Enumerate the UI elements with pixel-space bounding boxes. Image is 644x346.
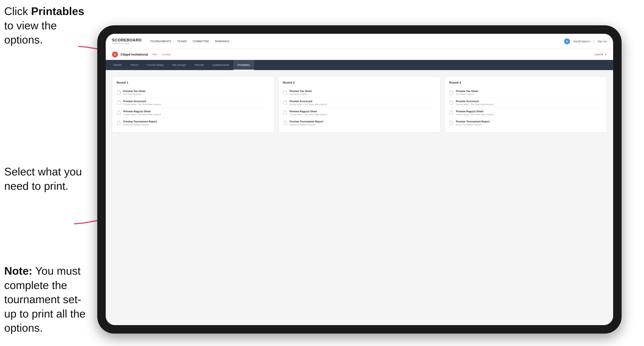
- nav-link-rankings[interactable]: RANKINGS: [215, 39, 230, 44]
- round-1-raguzzi-title: Preview Raguzzi Sheet: [123, 110, 161, 113]
- round-2-raguzzi[interactable]: Preview Raguzzi Sheet Course setup + Tee…: [283, 108, 436, 118]
- round-3-title: Round 3: [449, 81, 602, 84]
- nav-right: B blair@clippd.io | Sign out: [564, 38, 607, 44]
- tournament-name: Clippd Invitational: [120, 53, 148, 56]
- tab-leaderboards[interactable]: Leaderboards: [208, 60, 234, 70]
- round-1-raguzzi-text: Preview Raguzzi Sheet Course setup + Tee…: [123, 110, 161, 116]
- round-2-scorecard-title: Preview Scorecard: [290, 100, 327, 103]
- doc-icon-9: [449, 90, 454, 95]
- doc-icon-5: [283, 90, 288, 95]
- rounds-grid: Round 1 Preview Tee Sheet Tee Sheet requ…: [112, 76, 607, 132]
- round-3-raguzzi[interactable]: Preview Raguzzi Sheet Course setup + Tee…: [449, 108, 602, 118]
- round-2-tournament-report[interactable]: Preview Tournament Report Round Completi…: [283, 118, 436, 128]
- cancel-icon: ✕: [604, 53, 607, 56]
- round-2-raguzzi-text: Preview Raguzzi Sheet Course setup + Tee…: [290, 110, 327, 116]
- nav-left: SCOREBOARD Powered by clippd TOURNAMENTS…: [112, 38, 230, 44]
- annotation-top: Click Printables to view the options.: [4, 4, 84, 47]
- doc-icon: [116, 90, 121, 95]
- round-2-tee-sheet-text: Preview Tee Sheet Tee Sheet required: [290, 90, 312, 95]
- user-email: blair@clippd.io: [574, 40, 590, 43]
- round-1-tee-sheet-sub: Tee Sheet required: [123, 93, 146, 95]
- round-1-tournament-report-text: Preview Tournament Report Round Completi…: [123, 120, 157, 126]
- round-2-scorecard[interactable]: Preview Scorecard Course setup + Tee She…: [283, 98, 436, 108]
- round-3-scorecard-text: Preview Scorecard Course setup + Tee She…: [456, 100, 493, 106]
- nav-link-teams[interactable]: TEAMS: [177, 39, 187, 44]
- round-1-tee-sheet-title: Preview Tee Sheet: [123, 90, 146, 93]
- doc-icon-4: [116, 121, 121, 125]
- doc-icon-11: [449, 110, 454, 115]
- round-3-tee-sheet[interactable]: Preview Tee Sheet Tee Sheet required: [449, 88, 602, 98]
- round-3-tee-sheet-text: Preview Tee Sheet Tee Sheet required: [456, 90, 478, 95]
- sign-out-button[interactable]: Sign out: [598, 40, 607, 43]
- top-nav: SCOREBOARD Powered by clippd TOURNAMENTS…: [106, 34, 613, 49]
- nav-link-tournaments[interactable]: TOURNAMENTS: [150, 39, 171, 44]
- doc-icon-2: [116, 100, 121, 105]
- round-1-tee-sheet[interactable]: Preview Tee Sheet Tee Sheet required: [116, 88, 270, 98]
- sign-out-link[interactable]: |: [594, 40, 594, 43]
- tablet-frame: SCOREBOARD Powered by clippd TOURNAMENTS…: [97, 25, 622, 334]
- round-1-scorecard-sub: Course setup + Tee Sheet data required: [123, 103, 161, 106]
- main-content: Round 1 Preview Tee Sheet Tee Sheet requ…: [106, 70, 613, 325]
- round-2-tee-sheet[interactable]: Preview Tee Sheet Tee Sheet required: [283, 88, 436, 98]
- doc-icon-6: [283, 100, 288, 105]
- round-3-tee-sheet-title: Preview Tee Sheet: [456, 90, 478, 93]
- round-3-raguzzi-sub: Course setup + Tee Sheet data required: [456, 113, 493, 116]
- nav-links: TOURNAMENTS TEAMS COMMITTEE RANKINGS: [150, 39, 230, 44]
- user-avatar: B: [564, 38, 570, 44]
- round-1-tee-sheet-text: Preview Tee Sheet Tee Sheet required: [123, 90, 146, 95]
- round-3-tournament-report-sub: Round Completion required: [456, 124, 490, 126]
- tournament-category: Men: [150, 52, 159, 57]
- brand: SCOREBOARD Powered by clippd: [112, 38, 142, 44]
- round-1-tournament-report[interactable]: Preview Tournament Report Round Completi…: [116, 118, 270, 128]
- cancel-button[interactable]: Cancel ✕: [595, 53, 607, 56]
- doc-icon-3: [116, 110, 121, 115]
- tournament-status: Hosting: [162, 53, 170, 56]
- tab-teams[interactable]: Teams: [126, 60, 142, 70]
- round-1-section: Round 1 Preview Tee Sheet Tee Sheet requ…: [112, 76, 274, 132]
- round-3-scorecard-title: Preview Scorecard: [456, 100, 493, 103]
- round-1-tournament-report-title: Preview Tournament Report: [123, 120, 157, 123]
- round-2-scorecard-text: Preview Scorecard Course setup + Tee She…: [290, 100, 327, 106]
- brand-title: SCOREBOARD: [112, 38, 142, 42]
- tab-printables[interactable]: Printables: [234, 60, 254, 70]
- round-2-tee-sheet-title: Preview Tee Sheet: [290, 90, 312, 93]
- round-3-scorecard-sub: Course setup + Tee Sheet data required: [456, 103, 493, 106]
- tab-bar: Details Teams Course Setup Tee Groups Re…: [106, 60, 613, 70]
- round-3-raguzzi-text: Preview Raguzzi Sheet Course setup + Tee…: [456, 110, 493, 116]
- round-1-scorecard-text: Preview Scorecard Course setup + Tee She…: [123, 100, 161, 106]
- round-1-raguzzi[interactable]: Preview Raguzzi Sheet Course setup + Tee…: [116, 108, 270, 118]
- round-2-scorecard-sub: Course setup + Tee Sheet data required: [290, 103, 327, 106]
- tab-course-setup[interactable]: Course Setup: [142, 60, 168, 70]
- tournament-info: C Clippd Invitational Men Hosting: [112, 51, 170, 57]
- round-2-tee-sheet-sub: Tee Sheet required: [290, 93, 312, 95]
- round-3-tournament-report[interactable]: Preview Tournament Report Round Completi…: [449, 118, 602, 128]
- tab-results[interactable]: Results: [190, 60, 208, 70]
- round-1-tournament-report-sub: Round Completion required: [123, 124, 157, 126]
- tab-details[interactable]: Details: [109, 60, 126, 70]
- round-3-tee-sheet-sub: Tee Sheet required: [456, 93, 478, 95]
- nav-link-committee[interactable]: COMMITTEE: [192, 39, 209, 44]
- round-2-section: Round 2 Preview Tee Sheet Tee Sheet requ…: [278, 76, 440, 132]
- annotation-bold: Printables: [31, 5, 84, 17]
- doc-icon-7: [283, 110, 288, 115]
- sub-header: C Clippd Invitational Men Hosting Cancel…: [106, 49, 613, 60]
- tournament-logo: C: [112, 51, 118, 57]
- round-3-raguzzi-title: Preview Raguzzi Sheet: [456, 110, 493, 113]
- round-2-tournament-report-sub: Round Completion required: [290, 124, 323, 126]
- tablet-screen: SCOREBOARD Powered by clippd TOURNAMENTS…: [106, 34, 613, 325]
- annotation-bottom: Note: You must complete the tournament s…: [4, 264, 93, 335]
- round-2-title: Round 2: [283, 81, 436, 84]
- round-3-tournament-report-text: Preview Tournament Report Round Completi…: [456, 120, 490, 126]
- tab-tee-groups[interactable]: Tee Groups: [168, 60, 190, 70]
- doc-icon-8: [283, 121, 288, 125]
- round-3-scorecard[interactable]: Preview Scorecard Course setup + Tee She…: [449, 98, 602, 108]
- note-label: Note:: [4, 265, 32, 277]
- round-1-raguzzi-sub: Course setup + Tee Sheet data required: [123, 113, 161, 116]
- round-1-scorecard[interactable]: Preview Scorecard Course setup + Tee She…: [116, 98, 270, 108]
- doc-icon-10: [449, 100, 454, 105]
- round-1-scorecard-title: Preview Scorecard: [123, 100, 161, 103]
- round-2-tournament-report-text: Preview Tournament Report Round Completi…: [290, 120, 323, 126]
- brand-sub: Powered by clippd: [112, 42, 142, 44]
- round-2-raguzzi-title: Preview Raguzzi Sheet: [290, 110, 327, 113]
- round-1-title: Round 1: [116, 81, 270, 84]
